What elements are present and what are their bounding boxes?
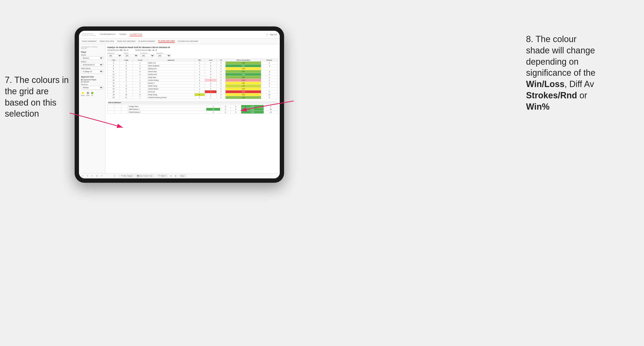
cell-rounds: 4	[261, 73, 278, 76]
cell-opponent: Heejo Hyun	[147, 76, 194, 79]
toolbar-redo[interactable]: ↪	[86, 174, 89, 177]
sidebar-player-rank-select[interactable]: 8. Katelyn Vo	[81, 70, 103, 73]
opponents-filter-select[interactable]: (All)	[107, 54, 122, 57]
cell-conf: 1	[133, 62, 147, 64]
cell-reg	[114, 108, 121, 111]
nav-committee[interactable]: COMMITTEE	[130, 33, 142, 36]
cell-opponent: Stella Cheng	[147, 85, 194, 88]
cell-div	[108, 105, 114, 108]
cell-diff: 4.00	[225, 73, 261, 76]
toolbar-save-custom[interactable]: 💾 Save Custom View	[136, 174, 154, 178]
cell-diff: 0.38	[225, 82, 261, 85]
subnav-team-summary[interactable]: TEAM SUMMARY	[82, 40, 97, 42]
cell-conf: 4	[133, 70, 147, 73]
cell-tie: 0	[231, 105, 241, 108]
cell-diff: -3.00	[225, 79, 261, 82]
sidebar-gender-select[interactable]: Women's	[81, 56, 103, 60]
table-row: 10 6 3 Andrea York 2 0 0 4.00 4	[108, 73, 278, 76]
cell-win: 1	[194, 85, 205, 88]
region-filter-select[interactable]: (All)	[124, 54, 138, 57]
nav-teams[interactable]: TEAMS	[119, 33, 126, 36]
grid-content: Katelyn Vo Head-to-Head Grid for Women's…	[106, 44, 280, 173]
th-tie: Tie	[217, 59, 226, 62]
cell-diff: -1.00	[225, 67, 261, 70]
cell-div: 19	[108, 93, 120, 96]
subnav-team-h2h-heatmap[interactable]: TEAM H2H HEATMAP	[117, 40, 136, 42]
cell-win: 1	[194, 88, 205, 90]
cell-diff: 7.400	[241, 111, 264, 114]
legend: Down Level Up	[81, 92, 103, 96]
table-row: 14 7 4 Eunice Yi 2 2 0 0.38 9	[108, 82, 278, 85]
cell-win: 0	[194, 90, 205, 93]
cell-diff: 0.30	[225, 93, 261, 96]
opponent-filter-select[interactable]: (All)	[156, 54, 171, 57]
cell-loss: 0	[205, 62, 216, 64]
cell-div: 14	[108, 82, 120, 85]
cell-opponent: Sharon Mun	[147, 70, 194, 73]
cell-div: 6	[108, 67, 120, 70]
subnav-player-summary[interactable]: PLAYER SUMMARY	[138, 40, 155, 42]
cell-reg	[114, 111, 121, 114]
cell-opponent: NAIA Division 1	[128, 108, 206, 111]
out-of-division-table: Foreign Team 1 0 0 4.500 2 NAIA Division…	[107, 105, 278, 114]
cell-tie: 0	[217, 64, 226, 67]
radio-dot-opponents-played	[81, 79, 82, 81]
toolbar-cut[interactable]: ✂	[100, 174, 104, 177]
toolbar-watch[interactable]: 👁 Watch ▾	[157, 174, 168, 178]
cell-rounds	[261, 88, 278, 90]
sidebar-colour-by-select[interactable]: Win/loss	[81, 86, 103, 89]
cell-conf: 7	[133, 96, 147, 99]
toolbar-grid[interactable]: ⊡	[95, 174, 99, 177]
toolbar-back[interactable]: ↩	[90, 174, 94, 177]
h2h-table: # Div # Reg # Conf Opponent Win Loss Tie…	[107, 59, 278, 99]
subnav-team-h2h-grid[interactable]: TEAM H2H GRID	[100, 40, 114, 42]
filter-conference: Conference (All)	[140, 52, 154, 57]
sidebar-radio-opponents-played[interactable]: Opponents Played	[81, 79, 103, 81]
subnav-player-h2h-grid[interactable]: PLAYER H2H GRID	[158, 40, 175, 43]
cell-div: 11	[108, 76, 120, 79]
cell-div: 18	[108, 90, 120, 93]
sidebar-player-title: Player	[81, 51, 103, 53]
cell-div: 16	[108, 88, 120, 90]
toolbar-view-original[interactable]: 👁 View: Original	[120, 174, 134, 177]
toolbar-clock[interactable]: ⏱	[113, 174, 116, 177]
toolbar-undo[interactable]: ↩	[81, 174, 84, 177]
cell-diff: 3.67	[225, 70, 261, 73]
cell-loss: 1	[205, 93, 216, 96]
cell-conf: 2	[133, 64, 147, 67]
toolbar-dot1[interactable]: ·	[105, 174, 107, 177]
cell-div: 10	[108, 73, 120, 76]
cell-conf: 6	[133, 93, 147, 96]
conference-filter-select[interactable]: (All)	[140, 54, 154, 57]
cell-reg: 9	[120, 88, 133, 90]
cell-reg: 1	[120, 79, 133, 82]
toolbar-sep1	[118, 174, 118, 177]
legend-up: Up	[91, 92, 94, 96]
cell-diff: 4.00	[225, 64, 261, 67]
cell-div: 13	[108, 79, 120, 82]
cell-win: 2	[194, 96, 205, 99]
sidebar-player-rank-label: Player (Rank)	[81, 68, 103, 69]
cell-reg: 7	[120, 82, 133, 85]
toolbar-share[interactable]: Share	[179, 174, 186, 177]
cell-div: 3	[108, 62, 120, 64]
toolbar-icon1[interactable]: ⊡	[169, 174, 172, 177]
filter-region: Region (All)	[124, 52, 138, 57]
nav-tournaments[interactable]: TOURNAMENTS	[100, 33, 116, 36]
sign-out-button[interactable]: Sign out	[270, 33, 277, 36]
cell-loss: 0	[205, 73, 216, 76]
toolbar-dot2[interactable]: ·	[109, 174, 111, 177]
cell-div: 5	[108, 64, 120, 67]
table-row: 6 3 3 Sydney Kuo 1 0 0 -1.00	[108, 67, 278, 70]
table-row: 9 1 4 Sharon Mun 1 0 0 3.67 3	[108, 70, 278, 73]
th-diff: Diff Av Strokes/Rnd	[225, 59, 261, 62]
cell-win: 1	[194, 76, 205, 79]
cell-opponent: Foreign Team	[128, 105, 206, 108]
subnav-player-h2h-heatmap[interactable]: PLAYER H2H HEATMAP	[178, 40, 198, 42]
sidebar-division-select[interactable]: NCAA Division III	[81, 63, 103, 67]
app-logo: SCOREBOARD Powered by clippd	[82, 33, 96, 36]
sidebar-radio-top100[interactable]: Top 100	[81, 81, 103, 83]
legend-dot-down	[82, 92, 84, 94]
toolbar-icon2[interactable]: ⊞	[174, 174, 178, 177]
cell-opponent: Euna Lee	[147, 90, 194, 93]
